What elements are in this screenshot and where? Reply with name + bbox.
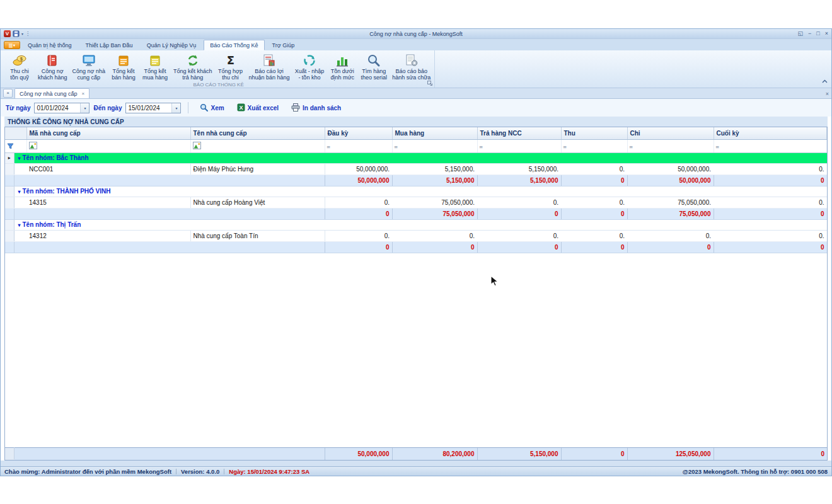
minimize-icon[interactable]: − <box>808 31 811 37</box>
cell-value[interactable]: 0. <box>392 230 477 241</box>
cell-value[interactable]: 75,050,000. <box>392 197 477 208</box>
to-date-dropdown-icon[interactable]: ▾ <box>171 103 180 113</box>
ribbon-button-bao-hanh-sua-chua[interactable]: Báo cáo bảo hành sửa chữa <box>390 51 433 81</box>
ribbon-tab-quan-ly-nghiep-vu[interactable]: Quản Lý Nghiệp Vụ <box>141 40 203 50</box>
cash-icon: $ <box>12 53 27 68</box>
cell-value[interactable]: 0. <box>325 230 392 241</box>
tab-close-icon[interactable]: × <box>81 91 84 96</box>
subtotal-value: 0 <box>561 208 627 219</box>
ribbon: $ Thu chi tồn quỹ Công nợ khách hàng Côn… <box>1 50 831 88</box>
group-header-cell[interactable]: ▾Tên nhóm: THÀNH PHỐ VINH <box>14 186 827 197</box>
ribbon-button-xuat-nhap-ton-kho[interactable]: Xuất - nhập - tồn kho <box>292 51 327 81</box>
col-header-supplier-code[interactable]: Mã nhà cung cấp <box>26 127 190 139</box>
ribbon-button-thu-chi-ton-quy[interactable]: $ Thu chi tồn quỹ <box>4 51 35 81</box>
table-row[interactable]: 14315Nhà cung cấp Hoàng Việt0.75,050,000… <box>5 197 827 208</box>
ribbon-button-tim-hang-theo-serial[interactable]: Tìm hàng theo serial <box>358 51 390 81</box>
ribbon-button-tong-ket-ban-hang[interactable]: Tổng kết bán hàng <box>108 51 139 81</box>
group-row[interactable]: ▾Tên nhóm: THÀNH PHỐ VINH <box>5 186 827 197</box>
col-header-closing[interactable]: Cuối kỳ <box>714 127 827 139</box>
col-header-payments[interactable]: Chi <box>627 127 714 139</box>
group-header-cell[interactable]: ▾Tên nhóm: Bắc Thành <box>14 152 827 163</box>
cell-value[interactable]: 5,150,000. <box>392 163 477 175</box>
filter-cell-name[interactable] <box>190 139 325 152</box>
col-header-opening[interactable]: Đầu kỳ <box>325 127 392 139</box>
cell-value[interactable]: 5,150,000. <box>477 163 561 175</box>
filter-cell-value[interactable]: = <box>325 139 392 152</box>
cell-value[interactable]: 0. <box>627 230 714 241</box>
table-row[interactable]: NCC001Điện Máy Phúc Hưng50,000,000.5,150… <box>5 163 827 175</box>
ribbon-button-tong-ket-mua-hang[interactable]: Tổng kết mua hàng <box>139 51 171 81</box>
view-button[interactable]: Xem <box>195 101 228 115</box>
tab-cong-no-nha-cung-cap[interactable]: Công nợ nhà cung cấp × <box>14 88 90 98</box>
export-excel-button[interactable]: X Xuất excel <box>233 101 283 115</box>
table-row[interactable]: 14312Nhà cung cấp Toàn Tín0.0.0.0.0.0. <box>5 230 827 241</box>
switch-windows-icon[interactable]: ◱ <box>798 31 804 37</box>
row-indicator <box>5 186 14 197</box>
filter-cell-value[interactable]: = <box>714 139 827 152</box>
from-date-dropdown-icon[interactable]: ▾ <box>80 103 89 113</box>
cell-value[interactable]: 0. <box>325 197 392 208</box>
collapse-arrow-icon[interactable]: ▾ <box>18 156 21 161</box>
ribbon-tab-tro-giup[interactable]: Trợ Giúp <box>266 40 301 50</box>
cell-value[interactable]: 0. <box>561 197 627 208</box>
cell-supplier-name[interactable]: Nhà cung cấp Toàn Tín <box>190 230 325 241</box>
to-date-input[interactable]: 15/01/2024 ▾ <box>125 103 181 113</box>
cell-supplier-name[interactable]: Điện Máy Phúc Hưng <box>190 163 325 175</box>
filter-cell-value[interactable]: = <box>392 139 477 152</box>
customize-dots-icon[interactable]: ⋮ <box>25 31 30 37</box>
ribbon-tab-bao-cao-thong-ke[interactable]: Báo Cáo Thống Kê <box>204 40 264 50</box>
application-menu-button[interactable]: |||▾ <box>4 41 20 49</box>
quick-access-dropdown-icon[interactable]: ▾ <box>21 32 23 36</box>
strip-close-icon[interactable]: × <box>826 91 829 97</box>
ribbon-button-tong-hop-thu-chi[interactable]: Σ Tổng hợp thu chi <box>215 51 246 81</box>
ribbon-button-ton-duoi-dinh-muc[interactable]: Tồn dưới định mức <box>326 51 358 81</box>
collapse-arrow-icon[interactable]: ▾ <box>18 222 21 228</box>
ribbon-button-cong-no-khach-hang[interactable]: Công nợ khách hàng <box>35 51 70 81</box>
cell-value[interactable]: 0. <box>714 163 827 175</box>
ribbon-button-tong-ket-khach-tra-hang[interactable]: Tổng kết khách trả hàng <box>171 51 215 81</box>
ribbon-button-cong-no-nha-cung-cap[interactable]: Công nợ nhà cung cấp <box>70 51 108 81</box>
app-logo-icon[interactable]: V <box>4 30 11 37</box>
col-header-purchases[interactable]: Mua hàng <box>392 127 477 139</box>
cell-value[interactable]: 75,050,000. <box>627 197 714 208</box>
group-row[interactable]: ▾Tên nhóm: Thị Trấn <box>5 219 827 230</box>
ribbon-tab-quan-tri-he-thong[interactable]: Quản trị hệ thống <box>21 40 78 50</box>
col-header-returns[interactable]: Trả hàng NCC <box>477 127 561 139</box>
filter-cell-value[interactable]: = <box>561 139 627 152</box>
close-all-tabs-button[interactable]: × <box>3 89 13 98</box>
from-date-input[interactable]: 01/01/2024 ▾ <box>34 103 90 113</box>
subtotal-row: 50,000,0005,150,0005,150,000050,000,0000 <box>5 175 827 186</box>
row-indicator <box>5 163 14 175</box>
cell-value[interactable]: 0. <box>714 197 827 208</box>
cell-value[interactable]: 0. <box>714 230 827 241</box>
ribbon-button-bao-cao-loi-nhuan[interactable]: Báo cáo lợi nhuận bán hàng <box>246 51 292 81</box>
cell-value[interactable]: 50,000,000. <box>627 163 714 175</box>
subtotal-value: 0 <box>561 175 627 186</box>
print-list-button[interactable]: In danh sách <box>287 101 345 115</box>
cell-supplier-code[interactable]: 14315 <box>26 197 190 208</box>
cell-supplier-code[interactable]: 14312 <box>26 230 190 241</box>
cell-supplier-name[interactable]: Nhà cung cấp Hoàng Việt <box>190 197 325 208</box>
cell-value[interactable]: 50,000,000. <box>325 163 392 175</box>
cell-supplier-code[interactable]: NCC001 <box>26 163 190 175</box>
save-icon[interactable] <box>13 28 20 40</box>
close-icon[interactable]: × <box>825 31 828 37</box>
cell-value[interactable]: 0. <box>477 197 561 208</box>
filter-cell-value[interactable]: = <box>477 139 561 152</box>
maximize-icon[interactable]: □ <box>816 31 819 37</box>
grid-scroll-area[interactable]: Mã nhà cung cấp Tên nhà cung cấp Đầu kỳ … <box>5 127 827 447</box>
filter-cell-value[interactable]: = <box>627 139 714 152</box>
col-header-supplier-name[interactable]: Tên nhà cung cấp <box>190 127 325 139</box>
group-dialog-launcher-icon[interactable] <box>427 81 432 87</box>
collapse-arrow-icon[interactable]: ▾ <box>18 189 21 195</box>
group-row[interactable]: ▸▾Tên nhóm: Bắc Thành <box>5 152 827 163</box>
cell-value[interactable]: 0. <box>477 230 561 241</box>
cell-value[interactable]: 0. <box>561 163 627 175</box>
cell-value[interactable]: 0. <box>561 230 627 241</box>
group-header-cell[interactable]: ▾Tên nhóm: Thị Trấn <box>14 219 827 230</box>
ribbon-collapse-icon[interactable] <box>822 74 828 86</box>
ribbon-tab-thiet-lap-ban-dau[interactable]: Thiết Lập Ban Đầu <box>79 40 139 50</box>
col-header-receipts[interactable]: Thu <box>561 127 627 139</box>
filter-cell-code[interactable] <box>26 139 190 152</box>
filter-funnel-cell[interactable] <box>5 139 26 152</box>
